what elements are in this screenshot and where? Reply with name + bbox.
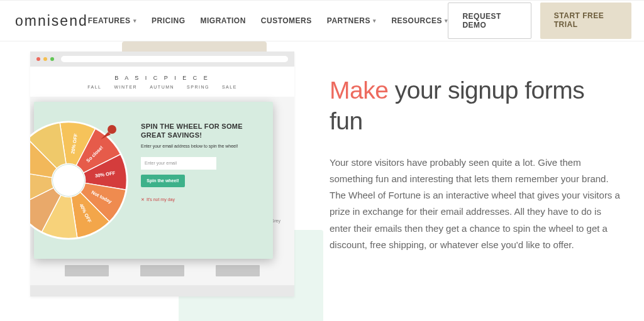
mock-product-button — [216, 265, 260, 276]
primary-nav: FEATURES▾ PRICING MIGRATION CUSTOMERS PA… — [88, 16, 448, 25]
mock-nav-item: FALL — [87, 85, 101, 89]
window-chrome — [30, 52, 294, 67]
mock-nav-item: AUTUMN — [150, 85, 174, 89]
popup-email-input[interactable]: Enter your email — [141, 157, 216, 170]
popup-spin-button[interactable]: Spin the wheel! — [141, 175, 185, 187]
wheel-pointer-icon — [99, 123, 118, 142]
traffic-light-yellow-icon — [43, 57, 47, 61]
mock-product-button — [65, 265, 109, 276]
mock-site-header: B A S I C P I E C E FALL WINTER AUTUMN S… — [30, 67, 294, 97]
popup-title: SPIN THE WHEEL FOR SOME GREAT SAVINGS! — [141, 122, 257, 140]
wheel-hub — [53, 165, 84, 196]
mock-nav-item: WINTER — [114, 85, 138, 89]
hero-headline-accent: Make — [330, 77, 388, 104]
chevron-down-icon: ▾ — [133, 18, 137, 24]
request-demo-button[interactable]: REQUEST DEMO — [448, 3, 531, 39]
mock-product-button — [140, 265, 184, 276]
popup-body: SPIN THE WHEEL FOR SOME GREAT SAVINGS! E… — [135, 102, 273, 259]
nav-pricing[interactable]: PRICING — [152, 16, 186, 25]
nav-migration[interactable]: MIGRATION — [201, 16, 246, 25]
start-trial-button[interactable]: START FREE TRIAL — [540, 3, 631, 39]
traffic-light-green-icon — [50, 57, 54, 61]
svg-point-6 — [108, 125, 116, 134]
hero-illustration: B A S I C P I E C E FALL WINTER AUTUMN S… — [15, 41, 311, 318]
nav-resources[interactable]: RESOURCES▾ — [391, 16, 448, 25]
hero-copy: Make your signup forms fun Your store vi… — [330, 41, 629, 318]
popup-skip-link[interactable]: ✕ It's not my day — [141, 197, 257, 202]
cta-group: REQUEST DEMO START FREE TRIAL — [448, 3, 631, 39]
close-icon: ✕ — [141, 197, 145, 202]
chevron-down-icon: ▾ — [373, 18, 377, 24]
nav-customers[interactable]: CUSTOMERS — [261, 16, 312, 25]
mock-site-nav: FALL WINTER AUTUMN SPRING SALE — [87, 85, 237, 89]
nav-partners[interactable]: PARTNERS▾ — [327, 16, 377, 25]
address-bar — [61, 56, 288, 62]
traffic-light-red-icon — [36, 57, 40, 61]
nav-features[interactable]: FEATURES▾ — [88, 16, 136, 25]
wheel-container: 20% OFFSo close!30% OFFNot today40% OFF — [34, 102, 135, 259]
main: B A S I C P I E C E FALL WINTER AUTUMN S… — [0, 41, 644, 318]
wheel-popup: 20% OFFSo close!30% OFFNot today40% OFF … — [34, 102, 273, 259]
mock-nav-item: SALE — [222, 85, 237, 89]
mock-browser-window: B A S I C P I E C E FALL WINTER AUTUMN S… — [30, 52, 294, 297]
hero-headline: Make your signup forms fun — [330, 75, 623, 137]
mock-site-brand: B A S I C P I E C E — [114, 75, 209, 81]
popup-subtitle: Enter your email address below to spin t… — [141, 144, 257, 148]
mock-nav-item: SPRING — [187, 85, 209, 89]
header: omnisend FEATURES▾ PRICING MIGRATION CUS… — [0, 0, 644, 41]
brand-logo[interactable]: omnisend — [15, 13, 88, 30]
hero-body: Your store visitors have probably seen q… — [330, 155, 623, 254]
